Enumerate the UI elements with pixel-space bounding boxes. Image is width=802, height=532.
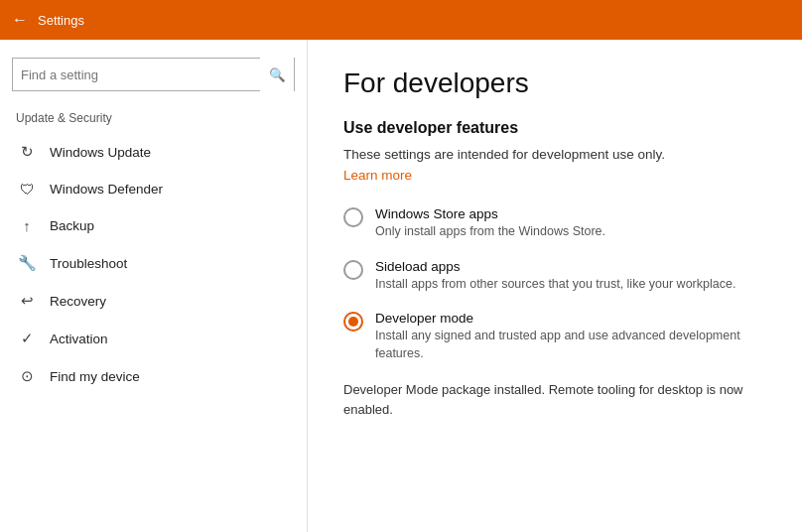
radio-content-windows-store: Windows Store apps Only install apps fro… — [375, 206, 605, 241]
nav-icon-windows-update: ↻ — [16, 143, 38, 161]
nav-label-recovery: Recovery — [50, 294, 106, 309]
sidebar-item-activation[interactable]: ✓ Activation — [0, 320, 307, 357]
section-label: Update & Security — [0, 107, 307, 133]
nav-label-find-my-device: Find my device — [50, 369, 140, 384]
section-title: Use developer features — [343, 119, 766, 137]
radio-button-sideload[interactable] — [343, 260, 363, 280]
page-title: For developers — [343, 67, 766, 99]
radio-inner — [348, 317, 358, 327]
nav-label-troubleshoot: Troubleshoot — [50, 256, 127, 271]
radio-option-developer-mode: Developer mode Install any signed and tr… — [343, 311, 766, 362]
search-input[interactable] — [13, 67, 260, 82]
nav-items-list: ↻ Windows Update 🛡 Windows Defender ↑ Ba… — [0, 133, 307, 395]
content-area: For developers Use developer features Th… — [308, 40, 802, 532]
search-icon-button[interactable]: 🔍 — [260, 58, 294, 91]
main-layout: 🔍 Update & Security ↻ Windows Update 🛡 W… — [0, 40, 802, 532]
nav-icon-troubleshoot: 🔧 — [16, 254, 38, 272]
radio-desc-developer-mode: Install any signed and trusted app and u… — [375, 328, 766, 362]
learn-more-link[interactable]: Learn more — [343, 168, 412, 183]
search-container: 🔍 — [0, 50, 307, 107]
back-button[interactable]: ← — [12, 11, 28, 29]
radio-button-windows-store[interactable] — [343, 207, 363, 227]
radio-options-container: Windows Store apps Only install apps fro… — [343, 206, 766, 362]
description-text: These settings are intended for developm… — [343, 147, 766, 162]
sidebar-item-backup[interactable]: ↑ Backup — [0, 207, 307, 244]
nav-icon-find-my-device: ⊙ — [16, 367, 38, 385]
radio-option-windows-store: Windows Store apps Only install apps fro… — [343, 206, 766, 241]
radio-content-developer-mode: Developer mode Install any signed and tr… — [375, 311, 766, 362]
search-box: 🔍 — [12, 58, 295, 91]
sidebar-item-troubleshoot[interactable]: 🔧 Troubleshoot — [0, 244, 307, 282]
nav-label-activation: Activation — [50, 332, 108, 346]
radio-label-windows-store: Windows Store apps — [375, 206, 605, 221]
nav-icon-windows-defender: 🛡 — [16, 181, 38, 198]
radio-button-developer-mode[interactable] — [343, 312, 363, 332]
sidebar-item-recovery[interactable]: ↩ Recovery — [0, 282, 307, 320]
radio-desc-windows-store: Only install apps from the Windows Store… — [375, 223, 605, 241]
nav-icon-recovery: ↩ — [16, 292, 38, 310]
sidebar-item-windows-defender[interactable]: 🛡 Windows Defender — [0, 171, 307, 207]
search-icon: 🔍 — [269, 67, 286, 82]
sidebar: 🔍 Update & Security ↻ Windows Update 🛡 W… — [0, 40, 308, 532]
nav-icon-activation: ✓ — [16, 330, 38, 347]
sidebar-item-windows-update[interactable]: ↻ Windows Update — [0, 133, 307, 171]
title-bar: ← Settings — [0, 0, 802, 40]
back-icon: ← — [12, 11, 28, 29]
nav-label-backup: Backup — [50, 218, 94, 233]
radio-desc-sideload: Install apps from other sources that you… — [375, 276, 735, 294]
radio-label-sideload: Sideload apps — [375, 259, 735, 274]
nav-label-windows-update: Windows Update — [50, 145, 151, 160]
radio-content-sideload: Sideload apps Install apps from other so… — [375, 259, 735, 294]
radio-option-sideload: Sideload apps Install apps from other so… — [343, 259, 766, 294]
nav-label-windows-defender: Windows Defender — [50, 182, 163, 197]
status-text: Developer Mode package installed. Remote… — [343, 380, 766, 419]
sidebar-item-find-my-device[interactable]: ⊙ Find my device — [0, 357, 307, 395]
nav-icon-backup: ↑ — [16, 217, 38, 234]
app-title: Settings — [38, 13, 84, 28]
radio-label-developer-mode: Developer mode — [375, 311, 766, 326]
